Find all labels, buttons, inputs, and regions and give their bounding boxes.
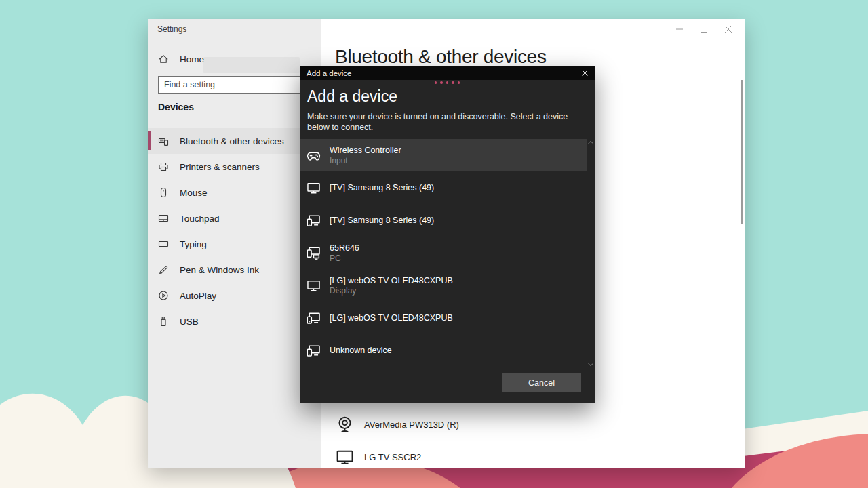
keyboard-icon [158,239,169,249]
dialog-close-button[interactable] [574,66,595,80]
chevron-up-icon [588,140,593,145]
cast-icon [307,214,321,228]
paired-device-row[interactable]: LG TV SSCR2 [336,441,421,472]
device-name: AVerMedia PW313D (R) [364,420,459,430]
page-scrollbar-thumb[interactable] [741,80,743,224]
cast-icon [307,311,321,325]
device-row[interactable]: [TV] Samsung 8 Series (49) [300,171,587,204]
sidebar-item-label: Bluetooth & other devices [180,136,284,146]
device-text: [TV] Samsung 8 Series (49) [330,183,434,193]
dialog-title: Add a device [307,69,574,77]
sidebar-item-bluetooth-other-devices[interactable]: Bluetooth & other devices [148,128,321,154]
touchpad-icon [158,213,169,224]
window-title: Settings [157,24,186,34]
sidebar-item-label: Typing [180,239,207,249]
pc-icon [307,246,321,260]
minimize-icon [676,26,683,33]
device-text: Wireless Controller Input [330,146,401,165]
device-name: LG TV SSCR2 [364,452,421,462]
close-icon [582,70,588,76]
scroll-up-button[interactable] [587,139,594,146]
sidebar-item-label: Touchpad [180,214,220,224]
dialog-heading: Add a device [307,87,397,106]
device-text: 65R646 PC [330,243,359,263]
device-row[interactable]: 65R646 PC [300,237,587,269]
discovered-device-list: Wireless Controller Input [TV] Samsung 8… [300,139,595,368]
sidebar-section-header: Devices [158,102,194,113]
dialog-description: Make sure your device is turned on and d… [307,111,578,133]
device-row[interactable]: [LG] webOS TV OLED48CXPUB Display [300,269,587,302]
device-name: [TV] Samsung 8 Series (49) [330,183,434,193]
window-caption-buttons [667,19,741,39]
sidebar-item-label: Pen & Windows Ink [180,265,259,275]
sidebar-item-label: Mouse [180,188,208,198]
device-name: Wireless Controller [330,146,401,156]
device-row[interactable]: [TV] Samsung 8 Series (49) [300,204,587,237]
device-text: [TV] Samsung 8 Series (49) [330,216,434,226]
monitor-icon [336,448,354,466]
device-row[interactable]: [LG] webOS TV OLED48CXPUB [300,302,587,334]
progress-dots [300,81,595,84]
scroll-down-button[interactable] [587,361,594,368]
sidebar-item-label: AutoPlay [180,291,216,301]
device-type: PC [330,253,359,263]
device-name: [TV] Samsung 8 Series (49) [330,216,434,226]
sidebar-item-autoplay[interactable]: AutoPlay [148,283,321,308]
paired-device-row[interactable]: AVerMedia PW313D (R) [336,409,459,440]
printer-icon [158,161,169,172]
sidebar-item-label: Home [180,54,204,64]
autoplay-icon [158,290,169,301]
minimize-button[interactable] [667,19,692,39]
home-icon [158,54,169,64]
sidebar-item-label: Printers & scanners [180,162,260,172]
maximize-icon [701,26,707,33]
usb-icon [158,316,169,327]
device-type: Display [330,286,453,296]
bluetooth-devices-icon [158,136,169,146]
monitor-icon [307,181,321,195]
sidebar-item-printers-scanners[interactable]: Printers & scanners [148,154,321,180]
device-text: Unknown device [330,346,392,356]
mouse-icon [158,187,169,198]
device-row[interactable]: Wireless Controller Input [300,139,587,171]
close-icon [725,26,732,33]
sidebar-item-mouse[interactable]: Mouse [148,180,321,205]
sidebar-item-usb[interactable]: USB [148,308,321,334]
webcam-icon [336,415,354,434]
close-button[interactable] [716,19,741,39]
sidebar-item-pen-windows-ink[interactable]: Pen & Windows Ink [148,257,321,283]
dialog-titlebar: Add a device [300,66,595,80]
page-title: Bluetooth & other devices [335,46,547,68]
pen-icon [158,264,169,275]
device-text: [LG] webOS TV OLED48CXPUB [330,313,453,323]
device-name: Unknown device [330,346,392,356]
maximize-button[interactable] [692,19,716,39]
add-device-dialog: Add a device Add a device Make sure your… [300,66,595,403]
chevron-down-icon [588,362,593,367]
search-box [158,76,310,94]
device-type: Input [330,156,401,165]
gamepad-icon [307,148,321,163]
monitor-icon [307,279,321,293]
device-name: [LG] webOS TV OLED48CXPUB [330,276,453,286]
cast-icon [307,344,321,358]
device-name: [LG] webOS TV OLED48CXPUB [330,313,453,323]
cancel-button[interactable]: Cancel [502,373,581,392]
device-text: [LG] webOS TV OLED48CXPUB Display [330,276,453,296]
sidebar-item-label: USB [180,317,199,327]
device-row[interactable]: Unknown device [300,334,587,367]
settings-sidebar: Settings Home Devices Bluetooth & other … [148,19,321,468]
selected-accent-bar [148,131,151,150]
sidebar-item-touchpad[interactable]: Touchpad [148,205,321,231]
search-input[interactable] [159,77,309,93]
sidebar-item-typing[interactable]: Typing [148,231,321,257]
sidebar-item-home[interactable]: Home [148,49,321,69]
device-name: 65R646 [330,243,359,253]
